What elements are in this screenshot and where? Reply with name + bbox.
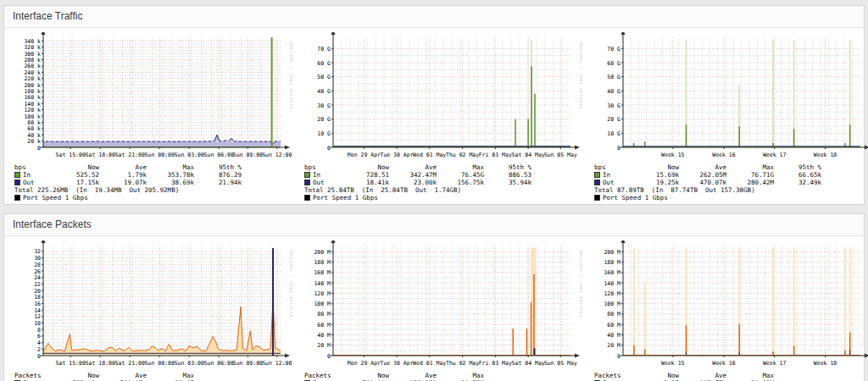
axis-label: 22: [34, 281, 41, 288]
legend-col-header: Max: [147, 163, 194, 171]
axis-label: Week 18: [814, 360, 837, 367]
packets-day-legend: PacketsNowAveMaxIn733.41m760.95m33.07Out…: [14, 372, 296, 381]
rrdtool-watermark: RRDTOOL / TOBI OETIKER: [579, 42, 582, 110]
axis-label: Sat 04 May: [512, 360, 545, 367]
legend-value: 23.00k: [389, 179, 437, 186]
axis-label: 18: [34, 294, 41, 301]
x-axis-arrow-icon: [285, 354, 290, 358]
axis-label: 280 k: [24, 57, 41, 64]
legend-value: 15.69k: [632, 171, 679, 179]
x-axis-arrow-icon: [865, 354, 868, 358]
series-swatch-icon: [14, 172, 20, 178]
axis-label: 80 k: [27, 119, 41, 126]
legend-port-speed-row: Port Speed 1 Gbps: [304, 194, 586, 202]
legend-col-header: Max: [726, 372, 774, 379]
packets-graphs-row: 02468101214161820222426283032Sat 15:00Sa…: [4, 236, 864, 381]
series-name: In: [313, 171, 320, 179]
traffic-week-graph-block[interactable]: 010 G20 G30 G40 G50 G60 G70 GMon 29 AprT…: [303, 32, 586, 202]
series-name: In: [603, 171, 610, 179]
traffic-week-chart[interactable]: 010 G20 G30 G40 G50 G60 G70 GMon 29 AprT…: [303, 32, 582, 159]
packets-week-chart[interactable]: 020 M40 M60 M80 M100 M120 M140 M160 M180…: [303, 240, 582, 367]
axis-label: 140 k: [24, 101, 41, 108]
series-swatch-icon: [594, 179, 600, 185]
legend-col-header: Max: [437, 163, 484, 171]
axis-label: 220 k: [24, 75, 41, 82]
x-axis-arrow-icon: [575, 354, 580, 358]
series-name: Out: [23, 179, 35, 186]
axis-label: Week 18: [814, 152, 837, 158]
axis-label: Sun 06:00: [204, 152, 234, 158]
axis-label: Sat 15:00: [56, 152, 86, 158]
axis-label: Sun 12:00: [262, 152, 292, 158]
axis-label: 26: [34, 268, 41, 275]
packets-month-legend: PacketsNowAveMaxIn2.17105.77k29.83MOut2.…: [594, 372, 868, 381]
legend-col-header: 95th %: [484, 163, 531, 171]
legend-row-out: Out18.41k23.00k156.75k35.94k: [304, 179, 586, 186]
legend-total-line: Total 25.84TB (In 25.84TB Out 1.74GB): [304, 186, 586, 194]
y-axis-arrow-icon: [621, 32, 626, 35]
axis-label: 120 M: [314, 290, 331, 297]
packets-day-chart[interactable]: 02468101214161820222426283032Sat 15:00Sa…: [13, 240, 292, 367]
x-axis-arrow-icon: [575, 146, 580, 150]
monitoring-dashboard: Interface Traffic 020 k40 k60 k80 k100 k…: [0, 5, 868, 381]
axis-label: 70 G: [317, 46, 331, 52]
y-axis-arrow-icon: [42, 240, 46, 243]
legend-header-row: PacketsNowAveMax: [304, 372, 586, 379]
port-speed-swatch-icon: [594, 195, 600, 201]
axis-label: 80 M: [607, 311, 620, 318]
axis-label: 24: [34, 274, 41, 281]
legend-port-speed-row: Port Speed 1 Gbps: [14, 194, 296, 202]
legend-value: 1.79k: [99, 171, 147, 179]
y-axis-arrow-icon: [331, 32, 336, 35]
legend-value: 525.52: [52, 171, 99, 179]
legend-value: 76.71G: [726, 171, 774, 179]
legend-label-cell: In: [594, 171, 632, 179]
legend-unit-label: Packets: [594, 372, 632, 379]
axis-label: 0: [617, 145, 620, 152]
axis-label: Sat 15:00: [56, 360, 86, 367]
packets-day-graph-block[interactable]: 02468101214161820222426283032Sat 15:00Sa…: [13, 240, 296, 381]
axis-label: 100 M: [314, 301, 331, 307]
legend-unit-label: bps: [304, 163, 342, 171]
legend-label-cell: Out: [304, 179, 342, 186]
traffic-day-graph-block[interactable]: 020 k40 k60 k80 k100 k120 k140 k160 k180…: [13, 32, 296, 202]
legend-value: 342.47M: [389, 171, 437, 179]
legend-col-header: Ave: [99, 372, 147, 379]
traffic-month-chart[interactable]: 010 G20 G30 G40 G50 G60 G70 GWeek 15Week…: [593, 32, 868, 159]
axis-label: Thu 02 May: [446, 360, 479, 367]
legend-col-header: Now: [632, 163, 679, 171]
axis-label: 0: [327, 353, 331, 360]
axis-label: 60 G: [607, 60, 620, 67]
legend-col-header: 95th %: [194, 163, 242, 171]
legend-label-cell: In: [304, 171, 342, 179]
packets-week-graph-block[interactable]: 020 M40 M60 M80 M100 M120 M140 M160 M180…: [303, 240, 586, 381]
legend-col-header: Ave: [389, 163, 437, 171]
axis-label: Sun 06:00: [204, 360, 234, 367]
legend-total-line: Total 225.26MB (In 19.34MB Out 205.92MB): [14, 186, 296, 194]
traffic-day-chart[interactable]: 020 k40 k60 k80 k100 k120 k140 k160 k180…: [13, 32, 292, 159]
rrdtool-watermark: RRDTOOL / TOBI OETIKER: [289, 42, 292, 110]
legend-unit-label: bps: [594, 163, 632, 171]
legend-unit-label: bps: [14, 163, 52, 171]
axis-label: Sun 05 May: [544, 360, 577, 367]
legend-value: 156.75k: [437, 179, 484, 186]
traffic-month-graph-block[interactable]: 010 G20 G30 G40 G50 G60 G70 GWeek 15Week…: [593, 32, 868, 202]
legend-col-header: Now: [52, 372, 99, 379]
axis-label: Mon 29 Apr: [348, 152, 381, 158]
packets-month-graph-block[interactable]: 020 M40 M60 M80 M100 M120 M140 M160 M180…: [593, 240, 868, 381]
axis-label: Fri 03 May: [479, 152, 512, 158]
axis-label: 20 M: [607, 342, 620, 349]
axis-label: 70 G: [607, 46, 620, 52]
axis-label: 4: [37, 340, 41, 346]
series-name: Out: [603, 179, 615, 186]
legend-unit-label: Packets: [14, 372, 52, 379]
panel-interface-packets: Interface Packets 0246810121416182022242…: [3, 213, 865, 381]
y-axis-arrow-icon: [42, 32, 46, 35]
axis-label: Tue 30 Apr: [380, 152, 413, 158]
legend-row-in: In728.51342.47M76.45G886.53: [304, 171, 586, 179]
axis-label: 200 M: [604, 249, 620, 256]
axis-label: 40 M: [317, 332, 331, 339]
axis-label: 60 M: [317, 322, 331, 329]
packets-month-chart[interactable]: 020 M40 M60 M80 M100 M120 M140 M160 M180…: [593, 240, 868, 367]
axis-label: Sat 18:00: [86, 152, 115, 158]
